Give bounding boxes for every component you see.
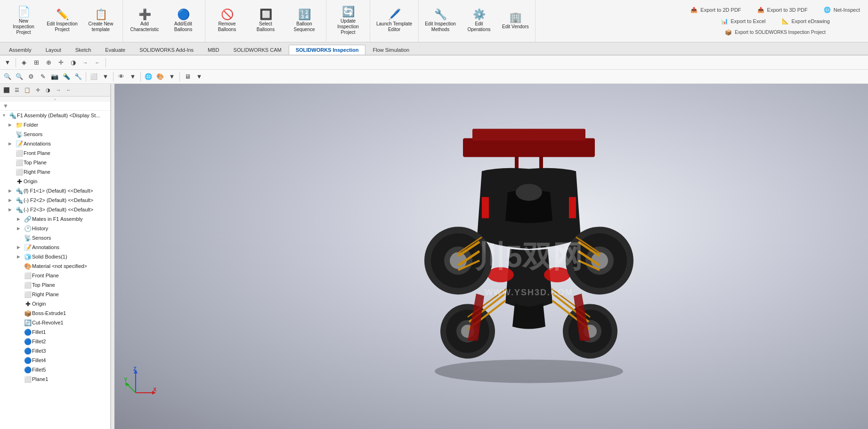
edit-inspection-methods-button[interactable]: 🔧 Edit Inspection Methods [422,3,459,40]
vp-btn2[interactable]: 🔍 [14,71,25,82]
svg-point-37 [516,184,542,201]
tree-item-front-plane2[interactable]: ⬜Front Plane [0,271,110,280]
tb2-btn7[interactable]: ← [92,57,103,68]
tree-btn5[interactable]: ◑ [43,85,53,95]
tree-item-top-plane2[interactable]: ⬜Top Plane [0,280,110,290]
update-inspection-project-button[interactable]: 🔄 Update Inspection Project [329,3,367,40]
tree-btn1[interactable]: ⬛ [2,85,11,95]
export-edrawing-button[interactable]: 📐 Export eDrawing [779,16,833,26]
vp-btn9[interactable]: ▼ [100,71,111,82]
vp-btn8[interactable]: ⬜ [88,71,99,82]
tree-label-mates: Mates in F1 Assembly [32,216,108,222]
tab-solidworks-inspection[interactable]: SOLIDWORKS Inspection [289,45,366,55]
tree-icon-solid-bodies: 🧊 [24,253,32,260]
tb2-btn6[interactable]: → [80,57,91,68]
tree-label-right-plane: Right Plane [24,169,108,175]
tab-mbd[interactable]: MBD [201,45,226,55]
tree-item-annotations2[interactable]: ▶📝Annotations [0,243,110,252]
balloon-sequence-button[interactable]: 🔢 Balloon Sequence [285,3,323,40]
vp-btn13[interactable]: 🎨 [154,71,166,82]
net-inspect-button[interactable]: 🌐 Net-Inspect [820,5,863,15]
tree-item-fillet5[interactable]: 🔵Fillet5 [0,365,110,374]
tab-solidworks-cam[interactable]: SOLIDWORKS CAM [227,45,289,55]
launch-template-editor-button[interactable]: 🖊️ Launch Template Editor [373,3,415,40]
tree-item-folder[interactable]: ▶📁Folder [0,120,110,130]
tree-btn4[interactable]: ✛ [33,85,42,95]
tree-item-origin[interactable]: ✚Origin [0,177,110,186]
add-edit-balloons-button[interactable]: 🔵 Add/Edit Balloons [164,3,202,40]
tb2-btn5[interactable]: ◑ [67,57,79,68]
tree-root[interactable]: ▼ 🔩 F1 Assembly (Default) <Display St... [0,111,110,120]
create-new-template-button[interactable]: 📋 Create New template [82,3,120,40]
tree-item-f2-3[interactable]: ▶🔩(-) F2<3> (Default) <<Default> [0,205,110,214]
tree-item-mates[interactable]: ▶🔗Mates in F1 Assembly [0,214,110,224]
tb2-btn1[interactable]: ◈ [18,57,30,68]
tree-icon-top-plane: ⬜ [15,159,24,166]
tree-btn7[interactable]: ← [64,85,73,95]
tree-item-fillet1[interactable]: 🔵Fillet1 [0,327,110,337]
resize-handle[interactable] [111,84,114,429]
select-balloons-button[interactable]: 🔲 Select Balloons [247,3,284,40]
add-characteristic-button[interactable]: ➕ Add Characteristic [126,3,163,40]
tree-item-sensors2[interactable]: 📡Sensors [0,233,110,243]
tree-btn6[interactable]: → [54,85,63,95]
export-solidworks-button[interactable]: 📦 Export to SOLIDWORKS Inspection Projec… [722,27,829,38]
tree-item-fillet4[interactable]: 🔵Fillet4 [0,356,110,365]
vp-btn14[interactable]: ▼ [166,71,178,82]
export-3d-pdf-button[interactable]: 📤 Export to 3D PDF [754,5,811,15]
tree-item-boss-extrude[interactable]: 📦Boss-Extrude1 [0,308,110,318]
tree-item-material[interactable]: 🎨Material <not specified> [0,261,110,271]
sep5 [140,72,141,81]
tree-btn3[interactable]: 📋 [23,85,32,95]
vp-btn11[interactable]: ▼ [127,71,138,82]
tree-item-annotations[interactable]: ▶📝Annotations [0,139,110,148]
tree-item-right-plane2[interactable]: ⬜Right Plane [0,290,110,299]
remove-balloons-button[interactable]: 🚫 Remove Balloons [208,3,246,40]
tree-item-right-plane[interactable]: ⬜Right Plane [0,167,110,177]
edit-inspection-project-button[interactable]: ✏️ Edit Inspection Project [43,3,81,40]
tree-item-front-plane[interactable]: ⬜Front Plane [0,148,110,158]
vp-btn4[interactable]: ✎ [37,71,49,82]
tb2-btn3[interactable]: ⊕ [43,57,54,68]
edit-vendors-button[interactable]: 🏢 Edit Vendors [499,3,532,40]
tree-item-fillet3[interactable]: 🔵Fillet3 [0,346,110,356]
tree-item-origin2[interactable]: ✚Origin [0,299,110,308]
view-orient-btn[interactable]: ▼ [2,57,13,68]
tb2-btn2[interactable]: ⊞ [31,57,42,68]
export-excel-button[interactable]: 📊 Export to Excel [718,16,769,26]
vp-btn3[interactable]: ⚙ [25,71,37,82]
vp-btn12[interactable]: 🌐 [143,71,154,82]
tb2-btn4[interactable]: ✛ [55,57,66,68]
tree-item-f2-2[interactable]: ▶🔩(-) F2<2> (Default) <<Default> [0,195,110,205]
vp-search-icon[interactable]: 🔍 [2,71,13,82]
vp-btn5[interactable]: 📷 [49,71,60,82]
tab-layout[interactable]: Layout [39,45,68,55]
tab-solidworks-addins[interactable]: SOLIDWORKS Add-Ins [132,45,201,55]
tab-sketch[interactable]: Sketch [68,45,98,55]
tree-item-plane1[interactable]: ⬜Plane1 [0,374,110,384]
tree-icon-front-plane2: ⬜ [24,272,32,279]
svg-text:Z: Z [133,367,137,372]
tree-icon-fillet2: 🔵 [24,338,32,345]
tree-item-cut-revolve[interactable]: 🔄Cut-Revolve1 [0,318,110,327]
tree-item-solid-bodies[interactable]: ▶🧊Solid Bodies(1) [0,252,110,261]
edit-operations-button[interactable]: ⚙️ Edit Operations [460,3,498,40]
new-inspection-project-label: New Inspection Project [8,18,39,35]
tree-item-fillet2[interactable]: 🔵Fillet2 [0,337,110,346]
tree-item-f1-1[interactable]: ▶🔩(f) F1<1> (Default) <<Default> [0,186,110,195]
vp-btn6[interactable]: 🔦 [61,71,72,82]
vp-btn16[interactable]: ▼ [194,71,205,82]
tree-item-top-plane[interactable]: ⬜Top Plane [0,158,110,167]
vp-btn10[interactable]: 👁 [115,71,127,82]
vp-btn7[interactable]: 🔧 [73,71,84,82]
tab-flow-simulation[interactable]: Flow Simulation [365,45,416,55]
export-2d-pdf-button[interactable]: 📤 Export to 2D PDF [687,5,744,15]
new-inspection-project-button[interactable]: 📄 New Inspection Project [5,3,42,40]
vp-btn15[interactable]: 🖥 [182,71,193,82]
tree-item-sensors[interactable]: 📡Sensors [0,130,110,139]
tree-btn2[interactable]: ☰ [12,85,22,95]
tree-item-history[interactable]: ▶🕐History [0,224,110,233]
tab-evaluate[interactable]: Evaluate [98,45,132,55]
viewport[interactable]: 川5双网 WWW.YSH3D.COM Z X Y [114,84,868,429]
tab-assembly[interactable]: Assembly [2,45,39,55]
